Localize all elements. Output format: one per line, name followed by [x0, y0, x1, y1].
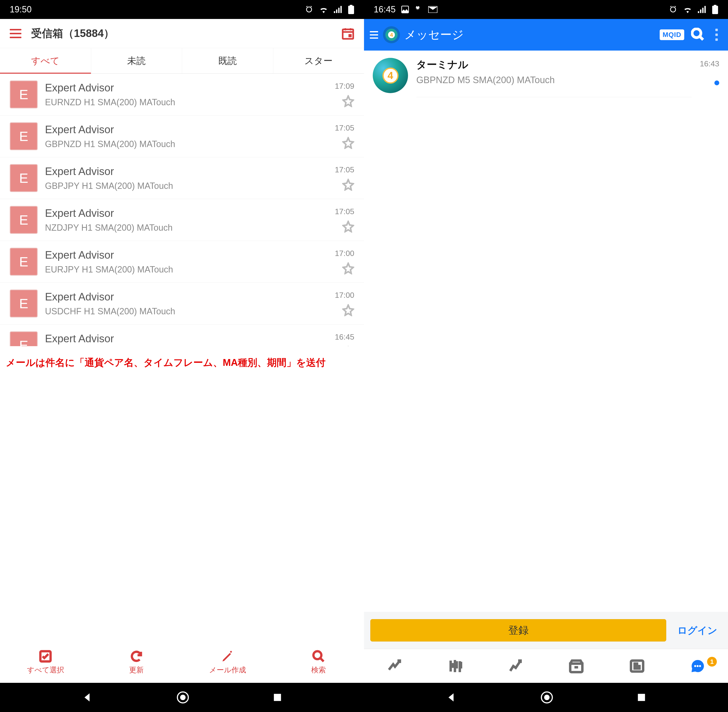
mqid-badge[interactable]: MQID — [660, 30, 684, 40]
hamburger-menu-icon[interactable] — [10, 29, 21, 38]
search-label: 検索 — [311, 665, 326, 675]
status-time: 19:50 — [10, 4, 31, 15]
mail-sender: Expert Advisor — [45, 123, 328, 136]
nav-home-icon[interactable] — [540, 691, 553, 704]
status-bar: 16:45 — [364, 0, 728, 19]
mail-sender: Expert Advisor — [45, 165, 328, 178]
calendar-icon[interactable] — [342, 27, 354, 40]
svg-rect-6 — [274, 694, 281, 701]
svg-rect-19 — [638, 694, 645, 701]
tab-star[interactable]: スター — [273, 48, 364, 73]
mail-time: 17:00 — [335, 291, 354, 300]
svg-point-16 — [699, 665, 701, 667]
nav-messages-icon[interactable]: 1 — [667, 649, 728, 683]
svg-text:4: 4 — [390, 32, 393, 38]
star-icon[interactable] — [342, 137, 354, 149]
alarm-icon — [669, 5, 677, 14]
nav-quotes-icon[interactable] — [364, 649, 425, 683]
tab-read[interactable]: 既読 — [182, 48, 273, 73]
mail-subject: EURNZD H1 SMA(200) MATouch — [45, 97, 328, 107]
star-icon[interactable] — [342, 179, 354, 191]
wifi-icon — [319, 6, 328, 13]
mail-item[interactable]: EExpert AdvisorEURJPY H1 SMA(200) MATouc… — [0, 241, 364, 283]
mail-item[interactable]: EExpert AdvisorGBPNZD H1 SMA(200) MATouc… — [0, 116, 364, 157]
battery-icon — [712, 5, 718, 14]
svg-point-14 — [694, 665, 696, 667]
star-icon[interactable] — [342, 95, 354, 107]
compose-button[interactable]: メール作成 — [182, 641, 273, 683]
hamburger-menu-icon[interactable] — [370, 31, 378, 39]
svg-point-3 — [313, 651, 321, 659]
sender-avatar: E — [10, 248, 38, 276]
status-time: 16:45 — [374, 4, 395, 15]
overflow-menu-icon[interactable] — [711, 29, 722, 41]
mail-time: 17:05 — [335, 165, 354, 174]
nav-recent-icon[interactable] — [636, 692, 647, 703]
sender-avatar: E — [10, 80, 38, 108]
star-icon[interactable] — [342, 221, 354, 233]
mail-list[interactable]: EExpert AdvisorEURNZD H1 SMA(200) MATouc… — [0, 74, 364, 346]
auth-bar: 登録 ログイン — [364, 612, 728, 649]
annotation-text: メールは件名に「通貨ペア名、タイムフレーム、MA種別、期間」を送付 — [0, 346, 364, 369]
nav-back-icon[interactable] — [82, 691, 94, 703]
nav-recent-icon[interactable] — [272, 692, 283, 703]
nav-back-icon[interactable] — [446, 691, 458, 703]
select-all-label: すべて選択 — [27, 665, 64, 675]
nav-badge: 1 — [707, 657, 717, 666]
refresh-button[interactable]: 更新 — [91, 641, 182, 683]
search-icon[interactable] — [691, 28, 704, 42]
compose-label: メール作成 — [209, 665, 246, 675]
mail-sender: Expert Advisor — [45, 332, 328, 345]
signal-icon — [334, 6, 343, 13]
tab-unread[interactable]: 未読 — [91, 48, 182, 73]
message-item[interactable]: 4 ターミナル GBPNZD M5 SMA(200) MATouch 16:43 — [364, 50, 728, 97]
nav-news-icon[interactable] — [607, 649, 667, 683]
mail-time: 16:45 — [335, 332, 354, 341]
unread-indicator-icon — [715, 80, 719, 85]
sender-avatar: E — [10, 331, 38, 346]
sender-avatar: E — [10, 122, 38, 150]
star-icon[interactable] — [342, 262, 354, 274]
mail-item[interactable]: EExpert AdvisorNZDJPY H1 SMA(200) MATouc… — [0, 199, 364, 241]
search-button[interactable]: 検索 — [273, 641, 364, 683]
nav-trade-icon[interactable] — [485, 649, 546, 683]
svg-rect-1 — [348, 34, 352, 37]
tab-all[interactable]: すべて — [0, 48, 91, 73]
messages-list[interactable]: 4 ターミナル GBPNZD M5 SMA(200) MATouch 16:43 — [364, 50, 728, 612]
nav-chart-icon[interactable] — [425, 649, 486, 683]
system-navbar — [0, 683, 364, 712]
mail-item[interactable]: EExpert AdvisorEURNZD H1 SMA(200) MATouc… — [0, 74, 364, 116]
select-all-button[interactable]: すべて選択 — [0, 641, 91, 683]
login-link[interactable]: ログイン — [673, 624, 722, 637]
status-icons — [305, 5, 354, 14]
system-navbar — [364, 683, 728, 712]
refresh-label: 更新 — [129, 665, 144, 675]
message-title: ターミナル — [416, 58, 692, 71]
mail-item[interactable]: EExpert AdvisorEURGBP H4 SMA(200) MATouc… — [0, 325, 364, 346]
status-icons — [669, 5, 718, 14]
mail-item[interactable]: EExpert AdvisorUSDCHF H1 SMA(200) MATouc… — [0, 283, 364, 325]
message-subtitle: GBPNZD M5 SMA(200) MATouch — [416, 75, 692, 85]
mail-subject: GBPJPY H1 SMA(200) MATouch — [45, 181, 328, 191]
sender-avatar: E — [10, 206, 38, 234]
alarm-icon — [305, 5, 313, 14]
inbox-title: 受信箱（15884） — [31, 26, 342, 41]
filter-tabs: すべて 未読 既読 スター — [0, 48, 364, 74]
mail-time: 17:05 — [335, 207, 354, 216]
app-logo-icon: 4 — [383, 26, 400, 43]
register-button[interactable]: 登録 — [370, 619, 666, 641]
sender-avatar: E — [10, 164, 38, 192]
nav-home-icon[interactable] — [176, 691, 189, 704]
star-icon[interactable] — [342, 304, 354, 316]
email-header: 受信箱（15884） — [0, 19, 364, 48]
mail-sender: Expert Advisor — [45, 249, 328, 261]
svg-point-18 — [544, 695, 550, 700]
mail-item[interactable]: EExpert AdvisorGBPJPY H1 SMA(200) MATouc… — [0, 157, 364, 199]
app-bottom-nav: 1 — [364, 649, 728, 683]
svg-point-15 — [697, 665, 698, 667]
sender-avatar: E — [10, 289, 38, 317]
nav-history-icon[interactable] — [546, 649, 607, 683]
signal-icon — [698, 6, 707, 13]
mail-sender: Expert Advisor — [45, 82, 328, 94]
mail-status-icon — [428, 6, 437, 13]
